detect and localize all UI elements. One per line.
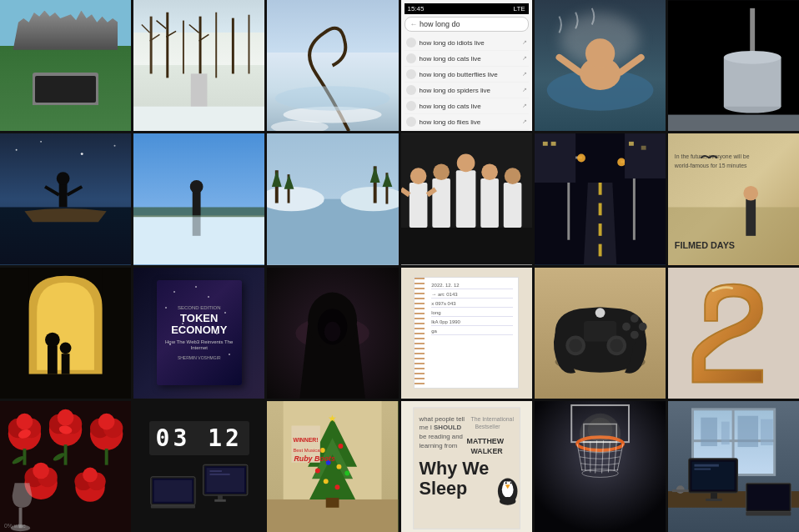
search-suggestion-5[interactable]: how long do cats live ↗	[405, 98, 529, 114]
phone-time: 15:45	[408, 5, 425, 13]
svg-point-174	[337, 464, 342, 469]
note-line-2: → art: 0143	[431, 292, 513, 299]
svg-point-178	[335, 484, 340, 489]
svg-rect-224	[701, 417, 717, 445]
grid-cell-r3c1[interactable]	[0, 268, 131, 399]
suggestion-text: how long do cats live	[420, 55, 481, 63]
svg-text:Bestseller: Bestseller	[475, 424, 500, 429]
svg-text:Ruby Boots: Ruby Boots	[294, 454, 336, 462]
svg-text:★: ★	[328, 412, 337, 423]
svg-rect-235	[706, 499, 722, 501]
grid-cell-r1c3[interactable]	[267, 0, 398, 131]
svg-rect-233	[694, 468, 711, 469]
grid-cell-r2c6[interactable]: In the future, everyone will be world-fa…	[668, 133, 799, 264]
svg-point-80	[577, 154, 585, 163]
grid-cell-r3c6[interactable]	[668, 268, 799, 399]
grid-cell-r2c5[interactable]	[535, 133, 666, 264]
svg-point-239	[676, 485, 685, 494]
note-line-4: long	[431, 310, 513, 317]
svg-rect-240	[672, 489, 689, 492]
search-result-icon	[406, 101, 416, 111]
svg-text:what people tell: what people tell	[418, 414, 465, 422]
svg-rect-170	[326, 498, 339, 508]
suggestion-text: how long do butterflies live	[420, 71, 498, 78]
suggestion-arrow: ↗	[522, 118, 527, 125]
svg-point-68	[504, 168, 520, 185]
svg-point-140	[98, 414, 115, 430]
svg-point-118	[569, 339, 582, 352]
grid-cell-r2c2[interactable]	[133, 133, 264, 264]
search-suggestion-4[interactable]: how long do spiders live ↗	[405, 83, 529, 98]
phone-signal: LTE	[514, 5, 525, 13]
svg-rect-29	[668, 115, 799, 132]
svg-rect-160	[154, 480, 192, 502]
suggestion-arrow: ↗	[522, 55, 527, 62]
svg-rect-63	[455, 170, 475, 228]
svg-text:world-famous for 15 minutes: world-famous for 15 minutes	[674, 163, 747, 169]
svg-rect-226	[737, 415, 758, 446]
svg-rect-238	[746, 511, 791, 515]
svg-rect-156	[209, 470, 222, 472]
grid-cell-r4c4[interactable]: what people tell me I SHOULD be reading …	[401, 401, 532, 532]
grid-cell-r4c3[interactable]: ★ WINNER! Best Musical Ruby Boots	[267, 401, 398, 532]
svg-rect-87	[550, 142, 555, 146]
grid-cell-r4c1[interactable]: 0% wine	[0, 401, 131, 532]
svg-rect-45	[193, 216, 201, 237]
grid-cell-r4c6[interactable]	[668, 401, 799, 532]
note-line-1: 2022. 12. 12	[431, 283, 513, 289]
svg-rect-89	[641, 146, 646, 150]
svg-text:The International: The International	[470, 415, 514, 421]
svg-rect-1	[166, 13, 168, 78]
svg-rect-75	[598, 203, 601, 216]
grid-cell-r1c1[interactable]	[0, 0, 131, 131]
svg-rect-71	[401, 228, 532, 264]
svg-rect-237	[747, 484, 789, 509]
grid-cell-r3c3[interactable]	[267, 268, 398, 399]
svg-point-44	[190, 180, 204, 193]
note-line-6: ga	[431, 329, 513, 335]
search-suggestion-2[interactable]: how long do cats live ↗	[405, 51, 529, 67]
grid-cell-r3c2[interactable]: SECOND EDITION TOKEN ECONOMY How The Web…	[133, 268, 264, 399]
grid-cell-r3c5[interactable]	[535, 268, 666, 399]
svg-point-83	[617, 158, 626, 167]
svg-text:WALKER: WALKER	[470, 447, 503, 455]
note-line-3: x 097s 043	[431, 301, 513, 308]
svg-text:WINNER!: WINNER!	[294, 437, 319, 443]
grid-cell-r3c4[interactable]: 2022. 12. 12 → art: 0143 x 097s 043 long…	[401, 268, 532, 399]
photo-grid: 15:45 LTE ← how long do how long do idio…	[0, 0, 799, 532]
grid-cell-r1c4[interactable]: 15:45 LTE ← how long do how long do idio…	[401, 0, 532, 131]
svg-rect-84	[535, 133, 575, 183]
svg-rect-86	[542, 142, 547, 146]
svg-text:FILMED DAYS: FILMED DAYS	[675, 240, 735, 250]
grid-cell-r1c2[interactable]	[133, 0, 264, 131]
svg-text:MATTHEW: MATTHEW	[466, 437, 504, 445]
svg-rect-234	[711, 493, 717, 499]
suggestion-arrow: ↗	[522, 71, 527, 78]
search-result-icon	[406, 38, 416, 48]
svg-rect-6	[249, 15, 250, 74]
svg-rect-65	[480, 178, 499, 228]
search-suggestion-1[interactable]: how long do idiots live ↗	[405, 35, 529, 51]
phone-search-bar[interactable]: ← how long do	[405, 17, 529, 32]
search-suggestion-6[interactable]: how long do flies live ↗	[405, 114, 529, 130]
grid-cell-r4c2[interactable]: 03 12	[133, 401, 264, 532]
book-cover: SECOND EDITION TOKEN ECONOMY How The Web…	[157, 280, 242, 385]
search-suggestion-3[interactable]: how long do butterflies live ↗	[405, 67, 529, 83]
svg-text:In the future, everyone will b: In the future, everyone will be	[675, 153, 750, 160]
grid-cell-r2c4[interactable]	[401, 133, 532, 264]
svg-rect-141	[105, 449, 108, 465]
svg-rect-232	[694, 464, 718, 466]
grid-cell-r1c6[interactable]	[668, 0, 799, 131]
note-line-5: lkA 0pp 1990	[431, 319, 513, 326]
search-result-icon	[406, 53, 416, 63]
grid-cell-r4c5[interactable]	[535, 401, 666, 532]
svg-rect-32	[59, 183, 68, 207]
grid-cell-r2c3[interactable]	[267, 133, 398, 264]
svg-point-203	[510, 482, 511, 484]
grid-cell-r1c5[interactable]	[535, 0, 666, 131]
svg-text:Why We: Why We	[419, 458, 489, 479]
svg-point-112	[595, 308, 605, 318]
svg-rect-0	[150, 17, 153, 74]
grid-cell-r2c1[interactable]	[0, 133, 131, 264]
svg-rect-103	[62, 354, 70, 374]
